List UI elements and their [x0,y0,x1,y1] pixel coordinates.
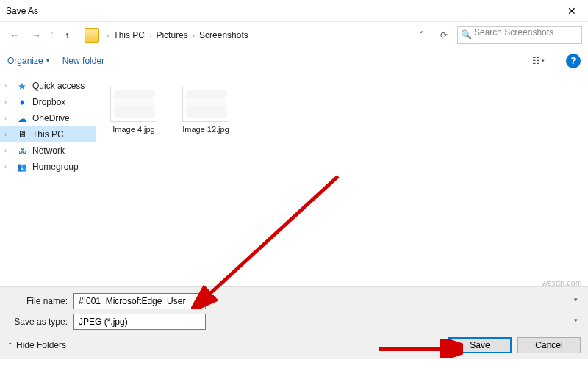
bottom-panel: File name: ▾ Save as type: ▾ ⌃ Hide Fold… [0,286,588,359]
sidebar: › Quick access › Dropbox › OneDrive › Th… [0,73,96,286]
sidebar-item-network[interactable]: › Network [0,142,96,159]
chevron-right-icon: › [4,82,12,90]
up-button[interactable]: ↑ [58,26,76,44]
search-input[interactable]: 🔍 Search Screenshots [457,26,582,44]
folder-icon [85,28,99,43]
sidebar-item-label: Quick access [32,81,85,91]
file-thumbnail [110,87,157,122]
file-thumbnail [182,87,229,122]
sidebar-item-label: Network [32,145,65,156]
sidebar-item-label: Homegroup [32,162,79,172]
sidebar-item-onedrive[interactable]: › OneDrive [0,110,96,126]
cloud-icon [16,112,28,124]
chevron-right-icon: › [107,32,109,40]
file-item[interactable]: Image 4.jpg [104,87,163,134]
new-folder-button[interactable]: New folder [62,56,104,66]
breadcrumb-dropdown[interactable]: ˅ [417,30,431,40]
window-title: Save As [6,6,38,16]
save-button[interactable]: Save [448,337,512,353]
sidebar-item-label: This PC [32,129,64,140]
crumb-pictures[interactable]: Pictures [153,29,190,42]
sidebar-item-homegroup[interactable]: › Homegroup [0,159,96,175]
sidebar-item-dropbox[interactable]: › Dropbox [0,94,96,110]
breadcrumb[interactable]: › This PC › Pictures › Screenshots [107,26,413,44]
close-button[interactable]: ✕ [555,0,588,22]
forward-button[interactable]: → [28,26,46,44]
file-item[interactable]: Image 12.jpg [176,87,235,134]
hide-folders-button[interactable]: ⌃ Hide Folders [7,340,66,350]
nav-bar: ← → ˅ ↑ › This PC › Pictures › Screensho… [0,22,588,48]
file-pane[interactable]: Image 4.jpg Image 12.jpg [96,73,588,286]
chevron-right-icon: › [4,147,12,154]
network-icon [16,145,28,156]
star-icon [16,80,28,92]
chevron-down-icon: ▾ [46,57,49,64]
back-button[interactable]: ← [6,26,24,44]
title-bar: Save As ✕ [0,0,588,22]
file-label: Image 12.jpg [182,125,229,134]
hide-folders-label: Hide Folders [16,340,66,350]
chevron-right-icon: › [4,163,12,170]
filename-input[interactable] [74,293,206,309]
search-icon: 🔍 [461,29,472,40]
homegroup-icon [16,161,28,173]
file-label: Image 4.jpg [112,125,154,134]
sidebar-item-quick-access[interactable]: › Quick access [0,78,96,94]
sidebar-item-label: Dropbox [32,97,65,107]
pc-icon [16,129,28,140]
sidebar-item-this-pc[interactable]: › This PC [0,126,96,142]
chevron-right-icon: › [149,32,151,40]
body-area: › Quick access › Dropbox › OneDrive › Th… [0,73,588,286]
new-folder-label: New folder [62,56,104,66]
chevron-right-icon: › [4,98,12,106]
sidebar-item-label: OneDrive [32,113,70,123]
filename-label: File name: [7,296,74,306]
view-button[interactable]: ☷▾ [529,52,547,70]
command-toolbar: Organize ▾ New folder ☷▾ ? [0,48,588,73]
chevron-right-icon: › [4,115,12,122]
refresh-button[interactable]: ⟳ [435,26,453,44]
cancel-button[interactable]: Cancel [517,337,581,353]
dropbox-icon [16,96,28,108]
crumb-this-pc[interactable]: This PC [110,29,148,42]
chevron-right-icon: › [4,131,12,138]
chevron-down-icon[interactable]: ▾ [574,317,578,324]
filetype-label: Save as type: [7,317,74,327]
help-button[interactable]: ? [566,54,581,68]
organize-label: Organize [7,56,43,66]
chevron-down-icon[interactable]: ▾ [574,296,578,303]
crumb-screenshots[interactable]: Screenshots [196,29,251,42]
organize-button[interactable]: Organize ▾ [7,56,49,66]
recent-locations-button[interactable]: ˅ [50,32,54,39]
filetype-select[interactable] [74,314,206,330]
chevron-right-icon: › [193,32,195,40]
chevron-up-icon: ⌃ [7,342,13,349]
search-placeholder: Search Screenshots [474,27,553,37]
